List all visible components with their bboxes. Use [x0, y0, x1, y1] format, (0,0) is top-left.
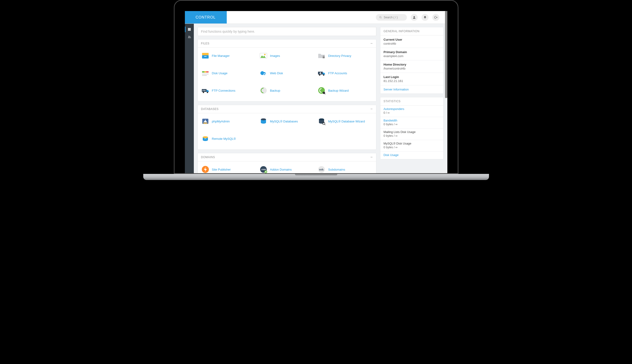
svg-point-42 — [261, 118, 266, 120]
svg-point-44 — [319, 118, 324, 120]
domains-title: DOMAINS — [201, 156, 215, 159]
app-mysql-databases[interactable]: MySQL® Databases — [258, 116, 315, 132]
statistics-panel: STATISTICS Autoresponders0 / ∞Bandwidth0… — [380, 97, 444, 159]
svg-point-30 — [320, 72, 321, 73]
svg-point-3 — [425, 18, 425, 18]
stat-label[interactable]: Bandwidth — [384, 119, 440, 122]
scrollbar[interactable] — [445, 11, 447, 98]
user-button[interactable] — [411, 14, 418, 21]
stat-row: Mailing Lists Disk Usage0 bytes / ∞ — [380, 128, 443, 140]
statistics-title: STATISTICS — [384, 100, 401, 103]
gauge-icon — [201, 69, 210, 77]
stat-label[interactable]: Disk Usage — [384, 154, 440, 157]
svg-rect-4 — [188, 28, 189, 29]
notifications-button[interactable] — [422, 14, 429, 21]
app-label: Site Publisher — [212, 168, 231, 171]
app-phpmyadmin[interactable]: phpMyAdmin — [200, 116, 257, 132]
find-functions-input[interactable]: Find functions quickly by typing here. — [198, 27, 376, 36]
grid-icon — [188, 28, 191, 31]
truck-user-icon — [317, 69, 326, 77]
svg-line-46 — [325, 124, 325, 125]
info-home-dir: Home Directory /home/control4b — [380, 60, 443, 73]
app-file-manager[interactable]: File Manager — [200, 50, 257, 66]
svg-rect-12 — [190, 30, 191, 30]
collapse-icon[interactable]: − — [371, 42, 373, 45]
svg-rect-10 — [188, 30, 189, 30]
app-backup-wizard[interactable]: Backup Wizard — [316, 85, 374, 101]
sidebar-home[interactable] — [185, 26, 194, 33]
app-label: File Manager — [212, 54, 230, 58]
svg-text:.com: .com — [261, 168, 266, 170]
topbar: CONTROL Search ( / ) — [185, 11, 447, 24]
svg-rect-7 — [188, 29, 189, 30]
svg-point-33 — [207, 92, 208, 93]
svg-rect-17 — [204, 56, 206, 57]
global-search[interactable]: Search ( / ) — [376, 14, 407, 21]
app-label: MySQL® Databases — [270, 120, 298, 123]
app-web-disk[interactable]: Web Disk — [258, 68, 315, 84]
svg-rect-40 — [205, 120, 206, 122]
svg-text:sub.: sub. — [319, 168, 324, 171]
svg-rect-16 — [202, 55, 209, 58]
svg-rect-23 — [202, 71, 204, 72]
stat-label[interactable]: Autoresponders — [384, 108, 440, 111]
svg-point-13 — [188, 36, 189, 37]
svg-rect-11 — [189, 30, 190, 30]
sidebar — [185, 24, 194, 173]
truck-ftp-icon: FTP — [201, 86, 210, 95]
com-plus-icon: .com — [259, 165, 268, 173]
app-label: MySQL® Database Wizard — [328, 120, 365, 123]
brand-logo: CONTROL — [185, 11, 227, 24]
svg-rect-5 — [189, 28, 190, 29]
app-mysql-wizard[interactable]: MySQL® Database Wizard — [316, 116, 374, 132]
collapse-icon[interactable]: − — [371, 156, 373, 158]
sidebar-users[interactable] — [185, 33, 194, 41]
svg-rect-15 — [202, 53, 209, 55]
svg-line-1 — [381, 18, 382, 18]
app-subdomains[interactable]: sub.Subdomains — [316, 164, 374, 173]
drawer-icon — [201, 52, 210, 60]
app-addon-domains[interactable]: .comAddon Domains — [258, 164, 315, 173]
stat-row[interactable]: Disk Usage — [380, 152, 443, 159]
app-label: Disk Usage — [212, 72, 227, 75]
stat-value: 0 bytes / ∞ — [384, 123, 440, 126]
app-label: FTP Accounts — [328, 72, 347, 75]
collapse-icon[interactable]: − — [371, 108, 373, 110]
stat-row: MySQL® Disk Usage0 bytes / ∞ — [380, 140, 443, 152]
app-label: Addon Domains — [270, 168, 292, 171]
svg-point-28 — [319, 74, 320, 76]
app-backup[interactable]: Backup — [258, 85, 315, 101]
svg-point-19 — [264, 54, 265, 55]
server-info-link[interactable]: Server Information — [380, 85, 443, 94]
app-ftp-accounts[interactable]: FTP Accounts — [316, 68, 374, 84]
logout-button[interactable] — [432, 14, 439, 21]
db-search-icon — [317, 117, 326, 126]
bell-icon — [423, 16, 427, 19]
app-label: Web Disk — [270, 72, 283, 75]
stat-value: 0 / ∞ — [384, 111, 440, 114]
stat-value: 0 bytes / ∞ — [384, 134, 440, 138]
app-remote-mysql[interactable]: Remote MySQL® — [200, 133, 257, 150]
laptop-base — [143, 174, 489, 180]
svg-point-0 — [379, 16, 381, 18]
svg-rect-20 — [323, 57, 325, 58]
app-directory-privacy[interactable]: Directory Privacy — [316, 50, 374, 66]
app-label: FTP Connections — [212, 89, 235, 92]
stat-row[interactable]: Bandwidth0 bytes / ∞ — [380, 117, 443, 128]
svg-rect-24 — [202, 74, 209, 74]
app-site-publisher[interactable]: Site Publisher — [200, 164, 257, 173]
svg-point-48 — [203, 136, 208, 138]
sub-icon: sub. — [317, 165, 326, 173]
app-disk-usage[interactable]: Disk Usage — [200, 68, 257, 84]
stat-label: MySQL® Disk Usage — [384, 142, 440, 145]
app-ftp-connections[interactable]: FTPFTP Connections — [200, 85, 257, 101]
stat-row[interactable]: Autoresponders0 / ∞ — [380, 106, 443, 117]
db-icon — [259, 117, 268, 126]
general-info-title: GENERAL INFORMATION — [384, 30, 420, 33]
app-images[interactable]: Images — [258, 50, 315, 66]
app-label: Images — [270, 54, 280, 58]
svg-point-29 — [323, 74, 324, 76]
app-label: Remote MySQL® — [212, 137, 236, 140]
svg-point-32 — [203, 92, 204, 93]
general-info-panel: GENERAL INFORMATION Current User control… — [380, 27, 444, 94]
